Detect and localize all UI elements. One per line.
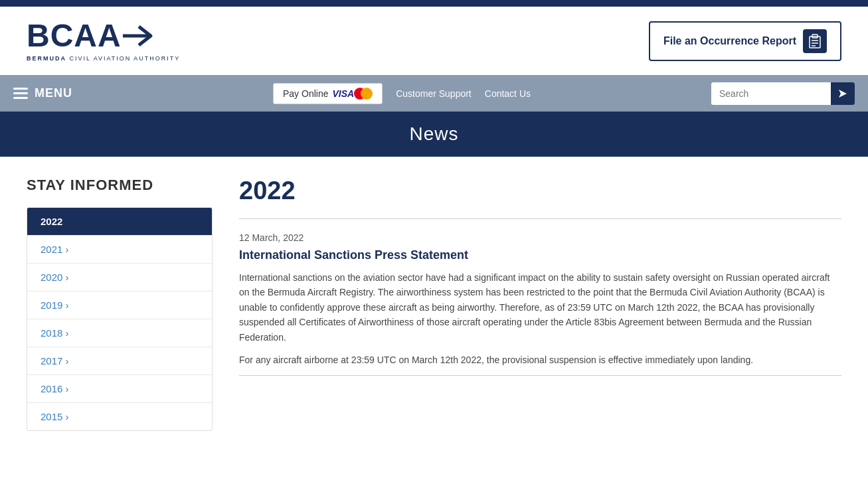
year-item-2018[interactable]: 2018 › [27,319,212,347]
year-item-2019[interactable]: 2019 › [27,291,212,319]
logo-subtitle: BERMUDA CIVIL AVIATION AUTHORITY [27,55,180,62]
year-item-2021[interactable]: 2021 › [27,236,212,264]
logo-letters: BCAA [27,20,122,52]
main-content: STAY INFORMED 2022 2021 › 2020 › 2019 › … [0,157,868,451]
navbar: MENU Pay Online VISA Customer Support Co… [0,75,868,112]
article-title: International Sanctions Press Statement [239,248,841,262]
top-bar [0,0,868,7]
pay-online-label: Pay Online [283,88,328,99]
page-title: News [12,123,856,145]
header: BCAA BERMUDA CIVIL AVIATION AUTHORITY Fi… [0,7,868,75]
year-heading: 2022 [239,177,841,205]
occurrence-report-label: File an Occurrence Report [663,35,796,47]
search-button[interactable] [831,82,855,105]
logo-container: BCAA BERMUDA CIVIL AVIATION AUTHORITY [27,20,180,62]
payment-icons: VISA [332,88,373,100]
content-area: 2022 12 March, 2022 International Sancti… [239,177,841,431]
svg-marker-6 [839,90,847,98]
pay-online-button[interactable]: Pay Online VISA [273,83,383,104]
search-form [711,82,855,105]
year-list: 2022 2021 › 2020 › 2019 › 2018 › 2017 › … [27,207,213,431]
mastercard-right-icon [361,88,373,100]
clipboard-icon [803,29,827,53]
search-arrow-icon [837,88,848,99]
sidebar: STAY INFORMED 2022 2021 › 2020 › 2019 › … [27,177,213,431]
contact-us-link[interactable]: Contact Us [485,88,531,99]
article-body-2: For any aircraft airborne at 23:59 UTC o… [239,353,841,367]
nav-links: Customer Support Contact Us [396,88,531,99]
menu-button[interactable]: MENU [13,86,72,100]
sidebar-title: STAY INFORMED [27,177,213,194]
menu-label: MENU [35,86,72,100]
hamburger-icon [13,88,28,99]
page-title-bar: News [0,112,868,157]
visa-icon: VISA [332,88,354,99]
year-item-2016[interactable]: 2016 › [27,375,212,403]
year-item-2020[interactable]: 2020 › [27,264,212,291]
logo-arrow-icon [123,20,156,52]
nav-center: Pay Online VISA Customer Support Contact… [92,83,711,104]
article-date: 12 March, 2022 [239,232,841,243]
search-input[interactable] [711,84,831,103]
logo: BCAA BERMUDA CIVIL AVIATION AUTHORITY [27,20,180,62]
article-body-1: International sanctions on the aviation … [239,270,841,345]
year-item-2015[interactable]: 2015 › [27,403,212,430]
article-item: 12 March, 2022 International Sanctions P… [239,232,841,367]
occurrence-report-button[interactable]: File an Occurrence Report [649,21,841,61]
year-item-2022[interactable]: 2022 [27,208,212,236]
year-item-2017[interactable]: 2017 › [27,347,212,375]
content-divider [239,218,841,219]
customer-support-link[interactable]: Customer Support [396,88,472,99]
bottom-divider [239,375,841,376]
